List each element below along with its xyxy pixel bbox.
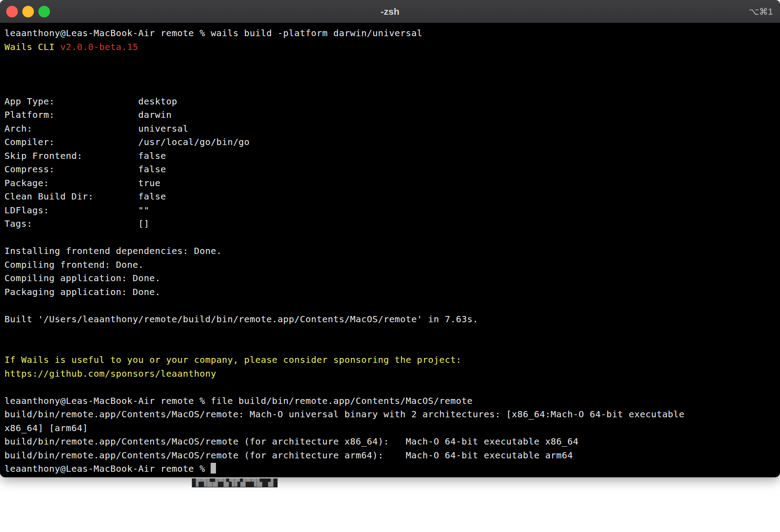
terminal-line (4, 81, 776, 95)
terminal-line: build/bin/remote.app/Contents/MacOS/remo… (4, 435, 776, 449)
close-button[interactable] (6, 6, 18, 17)
terminal-text-segment: Skip Frontend: false (4, 150, 166, 161)
terminal-line (4, 54, 776, 67)
terminal-line: Package: true (4, 176, 776, 190)
terminal-line (4, 231, 776, 245)
terminal-line: LDFlags: "" (4, 204, 776, 217)
terminal-line: Wails CLI v2.0.0-beta.15 (4, 40, 776, 54)
terminal-text-segment: Tags: [] (4, 218, 149, 229)
terminal-text-segment: build/bin/remote.app/Contents/MacOS/remo… (4, 450, 573, 461)
terminal-line: App Type: desktop (4, 95, 776, 108)
terminal-text-segment: LDFlags: "" (4, 205, 149, 216)
terminal-line: Compiling frontend: Done. (4, 258, 776, 272)
terminal-line: leaanthony@Leas-MacBook-Air remote % (4, 462, 776, 476)
terminal-text-segment: Clean Build Dir: false (4, 191, 166, 202)
terminal-screen[interactable]: leaanthony@Leas-MacBook-Air remote % wai… (0, 23, 780, 477)
terminal-text-segment: Package: true (4, 178, 161, 188)
terminal-line: Platform: darwin (4, 108, 776, 122)
zoom-button[interactable] (38, 6, 50, 17)
terminal-line (4, 67, 776, 81)
text-cursor (211, 463, 216, 474)
terminal-text-segment: v2.0.0-beta.15 (60, 42, 138, 52)
terminal-line: leaanthony@Leas-MacBook-Air remote % fil… (4, 394, 776, 408)
terminal-line (4, 326, 776, 340)
terminal-text-segment: leaanthony@Leas-MacBook-Air remote % fil… (4, 395, 473, 406)
terminal-line: Built '/Users/leaanthony/remote/build/bi… (4, 312, 776, 326)
terminal-text-segment: Built '/Users/leaanthony/remote/build/bi… (4, 314, 478, 324)
terminal-text-segment: leaanthony@Leas-MacBook-Air remote % (4, 463, 211, 474)
terminal-line (4, 299, 776, 312)
terminal-text-segment: Installing frontend dependencies: Done. (4, 245, 222, 256)
terminal-text-segment: build/bin/remote.app/Contents/MacOS/remo… (4, 409, 685, 420)
terminal-text-segment: Compiling application: Done. (4, 273, 161, 283)
terminal-line: If Wails is useful to you or your compan… (4, 353, 776, 367)
window-titlebar[interactable]: -zsh ⌥⌘1 (0, 0, 780, 23)
terminal-line: Compress: false (4, 162, 776, 176)
background-window-fragment: ▛▜▙▟▀▙▜▛▟▀▜▙ ▟ (192, 478, 278, 487)
terminal-text-segment: Wails CLI (4, 42, 60, 52)
terminal-line: Tags: [] (4, 217, 776, 231)
minimize-button[interactable] (22, 6, 34, 17)
terminal-text-segment: x86_64] [arm64] (4, 423, 88, 433)
terminal-line (4, 380, 776, 394)
terminal-text-segment: App Type: desktop (4, 96, 177, 107)
terminal-line: build/bin/remote.app/Contents/MacOS/remo… (4, 407, 776, 421)
terminal-text-segment: Compiler: /usr/local/go/bin/go (4, 137, 250, 147)
window-shortcut-badge: ⌥⌘1 (749, 0, 773, 23)
terminal-text-segment: build/bin/remote.app/Contents/MacOS/remo… (4, 436, 579, 447)
terminal-line: leaanthony@Leas-MacBook-Air remote % wai… (4, 26, 776, 40)
terminal-line (4, 340, 776, 353)
terminal-text-segment: https://github.com/sponsors/leaanthony (4, 368, 216, 379)
terminal-text-segment: Arch: universal (4, 123, 188, 134)
window-title: -zsh (0, 0, 780, 23)
terminal-text-segment: If Wails is useful to you or your compan… (4, 354, 461, 365)
terminal-text-segment: leaanthony@Leas-MacBook-Air remote % wai… (4, 28, 423, 38)
terminal-text-segment: Packaging application: Done. (4, 287, 161, 297)
terminal-window: -zsh ⌥⌘1 leaanthony@Leas-MacBook-Air rem… (0, 0, 780, 477)
terminal-line: https://github.com/sponsors/leaanthony (4, 367, 776, 381)
terminal-text-segment: Platform: darwin (4, 109, 172, 120)
terminal-line: Arch: universal (4, 122, 776, 136)
terminal-line: Clean Build Dir: false (4, 190, 776, 204)
clipped-glyphs: ▛▜▙▟▀▙▜▛▟▀▜▙ ▟ (192, 478, 278, 487)
terminal-text-segment: Compress: false (4, 164, 166, 175)
terminal-text-segment: Compiling frontend: Done. (4, 259, 144, 270)
terminal-line: Compiling application: Done. (4, 271, 776, 285)
terminal-line: Compiler: /usr/local/go/bin/go (4, 135, 776, 149)
terminal-line: Packaging application: Done. (4, 285, 776, 299)
terminal-line: Skip Frontend: false (4, 149, 776, 163)
terminal-line: Installing frontend dependencies: Done. (4, 244, 776, 258)
terminal-line: x86_64] [arm64] (4, 421, 776, 435)
traffic-lights (0, 6, 50, 17)
terminal-line: build/bin/remote.app/Contents/MacOS/remo… (4, 449, 776, 462)
